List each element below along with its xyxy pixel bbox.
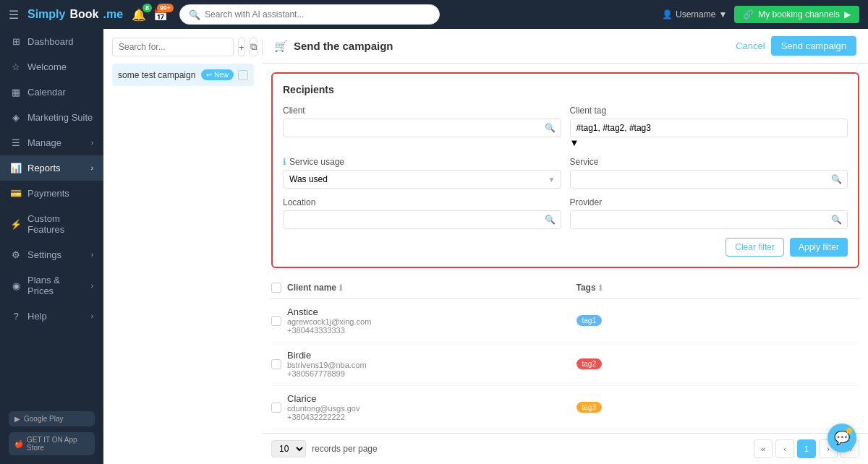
client-name-info-icon: ℹ xyxy=(339,283,342,293)
location-input[interactable] xyxy=(283,210,561,229)
bell-icon[interactable]: 🔔 8 xyxy=(132,8,146,22)
row-checkbox-2[interactable] xyxy=(271,403,281,413)
apply-filter-button[interactable]: Apply filter xyxy=(790,238,848,257)
nav-right: 👤 Username ▼ 🔗 My booking channels ▶ xyxy=(662,6,859,23)
sidebar-item-calendar[interactable]: ▦ Calendar xyxy=(0,80,103,105)
client-phone-0: +380443333333 xyxy=(287,326,571,335)
client-email-2: cduntong@usgs.gov xyxy=(287,404,571,413)
provider-input-wrap: 🔍 xyxy=(570,210,848,229)
sidebar-label-welcome: Welcome xyxy=(27,61,93,72)
provider-input[interactable] xyxy=(570,210,848,229)
service-usage-select[interactable]: Was used xyxy=(283,170,561,189)
sidebar-item-reports[interactable]: 📊 Reports › xyxy=(0,155,103,181)
col-tags: Tags ℹ xyxy=(576,283,860,293)
client-phone-2: +380432222222 xyxy=(287,413,571,421)
plans-icon: ◉ xyxy=(10,280,22,291)
google-play-badge[interactable]: ▶ Google Play xyxy=(9,411,95,426)
search-bar: 🔍 xyxy=(179,4,440,25)
client-input-wrap: 🔍 xyxy=(283,119,561,137)
dashboard-icon: ⊞ xyxy=(10,36,22,47)
table-row: Birdie bstrivens19@nba.com +380567778899… xyxy=(271,343,859,386)
sidebar-item-welcome[interactable]: ☆ Welcome xyxy=(0,54,103,80)
client-tags-0: tag1 xyxy=(576,315,860,326)
pagination-bar: 10 records per page « ‹ 1 › » xyxy=(263,433,868,464)
sidebar-label-plans: Plans & Prices xyxy=(27,275,85,296)
client-name-0: Anstice xyxy=(287,306,571,317)
sidebar-item-manage[interactable]: ☰ Manage › xyxy=(0,130,103,155)
location-label: Location xyxy=(283,197,561,207)
filter-grid: Client 🔍 Client tag xyxy=(283,106,848,229)
tags-info-icon: ℹ xyxy=(599,283,602,293)
provider-search-icon: 🔍 xyxy=(831,215,842,225)
cancel-button[interactable]: Cancel xyxy=(736,40,765,51)
service-input[interactable] xyxy=(570,170,848,189)
page-prev-button[interactable]: ‹ xyxy=(775,439,794,458)
sidebar-item-settings[interactable]: ⚙ Settings › xyxy=(0,242,103,267)
hamburger-menu[interactable]: ☰ xyxy=(9,8,19,22)
client-input[interactable] xyxy=(283,119,561,137)
location-search-icon: 🔍 xyxy=(545,215,556,225)
user-dropdown-icon: ▼ xyxy=(718,9,727,20)
sidebar-item-dashboard[interactable]: ⊞ Dashboard xyxy=(0,29,103,54)
content-area: + ⧉ ✓ some test campaign ↩ New xyxy=(103,29,868,464)
cart-icon: 🛒 xyxy=(274,40,288,53)
search-input[interactable] xyxy=(205,9,430,20)
service-usage-info-icon[interactable]: ℹ xyxy=(283,157,286,167)
add-button[interactable]: + xyxy=(238,38,245,56)
page-1-button[interactable]: 1 xyxy=(797,439,816,458)
sidebar-label-help: Help xyxy=(27,311,85,322)
google-play-icon: ▶ xyxy=(14,415,20,423)
row-checkbox-0[interactable] xyxy=(271,316,281,326)
sidebar-label-dashboard: Dashboard xyxy=(27,36,93,47)
sidebar-item-payments[interactable]: 💳 Payments xyxy=(0,181,103,206)
client-search-icon: 🔍 xyxy=(545,123,556,133)
panels: + ⧉ ✓ some test campaign ↩ New xyxy=(103,29,868,464)
table-row: Anstice agrewcock1j@xing.com +3804433333… xyxy=(271,299,859,343)
client-tag-select[interactable]: #tag1, #tag2, #tag3 xyxy=(570,119,848,137)
campaign-checkbox[interactable] xyxy=(238,70,248,80)
sidebar-bottom: ▶ Google Play 🍎 GET IT ON App Store xyxy=(0,403,103,464)
per-page-select[interactable]: 10 xyxy=(271,440,306,457)
left-panel: + ⧉ ✓ some test campaign ↩ New xyxy=(103,29,263,464)
row-checkbox-1[interactable] xyxy=(271,359,281,369)
copy-button[interactable]: ⧉ xyxy=(250,38,258,56)
main-layout: ⊞ Dashboard ☆ Welcome ▦ Calendar ◈ Marke… xyxy=(0,29,868,464)
top-nav: ☰ SimplyBook.me 🔔 8 📅 99+ 🔍 👤 Username ▼… xyxy=(0,0,868,29)
campaign-search-input[interactable] xyxy=(112,38,234,56)
new-icon: ↩ xyxy=(206,71,212,79)
client-info-2: Clarice cduntong@usgs.gov +380432222222 xyxy=(287,393,571,421)
send-campaign-button[interactable]: Send campaign xyxy=(771,36,856,56)
chat-button[interactable]: 💬 xyxy=(827,424,856,452)
google-play-label: Google Play xyxy=(24,415,63,423)
reports-icon: 📊 xyxy=(10,163,22,173)
manage-arrow-icon: › xyxy=(91,139,93,147)
client-tag-select-wrap: #tag1, #tag2, #tag3 ▼ xyxy=(570,119,848,148)
user-menu[interactable]: 👤 Username ▼ xyxy=(662,9,727,20)
service-label: Service xyxy=(570,157,848,167)
help-icon: ? xyxy=(10,311,22,322)
sidebar-item-plans[interactable]: ◉ Plans & Prices › xyxy=(0,267,103,304)
page-first-button[interactable]: « xyxy=(754,439,773,458)
sidebar-item-marketing[interactable]: ◈ Marketing Suite xyxy=(0,105,103,130)
chat-notification-dot xyxy=(846,428,852,434)
client-info-1: Birdie bstrivens19@nba.com +380567778899 xyxy=(287,350,571,378)
sidebar-label-reports: Reports xyxy=(27,163,85,173)
filter-actions: Clear filter Apply filter xyxy=(283,238,848,257)
header-actions: Cancel Send campaign xyxy=(736,36,856,56)
app-store-badge[interactable]: 🍎 GET IT ON App Store xyxy=(9,432,95,455)
per-page-label: records per page xyxy=(312,444,378,454)
client-tag-filter-field: Client tag #tag1, #tag2, #tag3 ▼ xyxy=(570,106,848,148)
sidebar-label-manage: Manage xyxy=(27,137,85,148)
calendar-icon[interactable]: 📅 99+ xyxy=(153,8,168,22)
booking-channels-button[interactable]: 🔗 My booking channels ▶ xyxy=(734,6,859,23)
select-all-checkbox[interactable] xyxy=(271,283,281,293)
provider-filter-field: Provider 🔍 xyxy=(570,197,848,229)
sidebar-item-help[interactable]: ? Help › xyxy=(0,304,103,329)
clear-filter-button[interactable]: Clear filter xyxy=(726,238,784,257)
bell-badge: 8 xyxy=(142,4,152,12)
sidebar-item-custom[interactable]: ⚡ Custom Features xyxy=(0,206,103,242)
campaign-list-item[interactable]: some test campaign ↩ New xyxy=(112,64,254,86)
col-client-name: Client name ℹ xyxy=(287,283,571,293)
client-tags-2: tag3 xyxy=(576,402,860,413)
reports-arrow-icon: › xyxy=(91,164,93,172)
